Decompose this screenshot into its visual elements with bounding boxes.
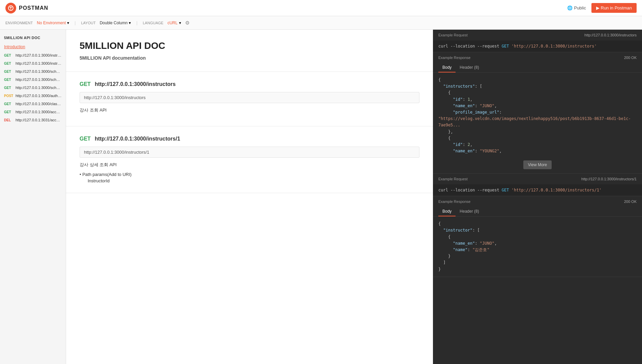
response-header-2: Example Response 200 OK (433, 196, 642, 207)
code-line: "profile_image_url": "https://velog.velc… (438, 109, 637, 129)
example-block-2: Example Request http://127.0.0.1:3000/in… (433, 174, 642, 196)
example-request-header-1: Example Request http://127.0.0.1:3000/in… (433, 30, 642, 40)
endpoint1-header: GET http://127.0.0.1:3000/instructors (80, 81, 419, 87)
logo-text: POSTMAN (19, 5, 48, 11)
sidebar-introduction[interactable]: Introduction (0, 42, 66, 51)
header-right: 🌐 Public ▶ Run in Postman (567, 3, 637, 13)
run-in-postman-button[interactable]: ▶ Run in Postman (591, 3, 637, 13)
endpoint2-url-box: http://127.0.0.1:3000/instructors/1 (80, 147, 419, 158)
public-label: Public (574, 5, 586, 10)
settings-icon[interactable]: ⚙ (185, 20, 189, 26)
method-badge-get-2: GET (4, 70, 13, 73)
endpoint-url-2: http://127.0.0.1:3000/schedule (16, 69, 62, 73)
right-panel: Example Request http://127.0.0.1:3000/in… (433, 30, 642, 364)
code-line: "id": 2, (438, 142, 637, 148)
method-badge-get-0: GET (4, 54, 13, 57)
endpoint-url-3: http://127.0.0.1:3000/schedule/instr... (16, 78, 62, 82)
code-line: "name_en": "JUNO", (438, 240, 637, 247)
endpoint1-desc: 강사 조회 API (80, 107, 419, 113)
endpoint-url-1: http://127.0.0.1:3000/instructors/1 (16, 61, 62, 65)
curl-line-2: curl --location --request GET 'http://12… (433, 184, 642, 196)
tab-header-1[interactable]: Header (8) (456, 63, 483, 72)
sidebar-item-0[interactable]: GET http://127.0.0.1:3000/instructors (0, 51, 66, 59)
endpoint2-header: GET http://127.0.0.1:3000/instructors/1 (80, 136, 419, 142)
params-label: Path params(Add to URI) (82, 172, 132, 177)
endpoint-url-0: http://127.0.0.1:3000/instructors (16, 53, 62, 57)
sidebar-item-1[interactable]: GET http://127.0.0.1:3000/instructors/1 (0, 59, 66, 67)
header-left: POSTMAN (5, 3, 48, 13)
toolbar: ENVIRONMENT No Environment ▾ | LAYOUT Do… (0, 16, 642, 30)
layout-value: Double Column (100, 21, 128, 25)
example-request-url-1: http://127.0.0.1:3000/instructors (584, 33, 637, 37)
example-request-header-2: Example Request http://127.0.0.1:3000/in… (433, 174, 642, 184)
tab-header-2[interactable]: Header (8) (456, 207, 483, 216)
code-line: } (438, 253, 637, 260)
public-button[interactable]: 🌐 Public (567, 5, 586, 10)
endpoint2-method: GET (80, 136, 91, 142)
endpoint-url-4: http://127.0.0.1:3000/schedule/instr... (16, 86, 62, 90)
endpoint2-desc: 강사 상세 조회 API (80, 162, 419, 168)
endpoint-url-8: http://127.0.0.1:3031/account/class/1 (16, 118, 62, 122)
status-1: 200 OK (624, 56, 637, 60)
example-request-label-1: Example Request (438, 33, 468, 37)
method-badge-del-8: DEL (4, 118, 13, 122)
layout-chevron-icon: ▾ (129, 21, 131, 25)
tab-body-1[interactable]: Body (438, 63, 456, 72)
env-value: No Environment (37, 21, 66, 25)
example-block-1: Example Request http://127.0.0.1:3000/in… (433, 30, 642, 52)
header: POSTMAN 🌐 Public ▶ Run in Postman (0, 0, 642, 16)
sidebar-item-4[interactable]: GET http://127.0.0.1:3000/schedule/instr… (0, 84, 66, 92)
response-header-1: Example Response 200 OK (433, 52, 642, 63)
curl-url-2: 'http://127.0.0.1:3000/instructors/1' (512, 188, 602, 192)
separator2: | (136, 21, 137, 25)
method-badge-get-4: GET (4, 86, 13, 90)
curl-keyword-1: curl --location --request (438, 44, 502, 49)
endpoint2-section: GET http://127.0.0.1:3000/instructors/1 … (66, 126, 433, 193)
curl-method-2: GET (502, 188, 509, 192)
code-line: { (438, 77, 637, 83)
lang-value: cURL (168, 21, 178, 25)
sidebar-item-6[interactable]: GET http://127.0.0.1:3000/class/3 (0, 100, 66, 108)
endpoint-url-6: http://127.0.0.1:3000/class/3 (16, 102, 62, 106)
doc-subtitle: 5MILLION API documentation (80, 55, 419, 61)
endpoint-url-7: http://127.0.0.1:3000/account/class (16, 110, 62, 114)
response-body-1: { "instructors": [ { "id": 1, "name_en":… (433, 73, 642, 158)
lang-dropdown[interactable]: cURL ▾ (168, 21, 181, 25)
layout-dropdown[interactable]: Double Column ▾ (100, 21, 131, 25)
code-line: } (438, 266, 637, 273)
sidebar-item-7[interactable]: GET http://127.0.0.1:3000/account/class (0, 108, 66, 116)
sidebar-item-8[interactable]: DEL http://127.0.0.1:3031/account/class/… (0, 116, 66, 124)
layout-label: LAYOUT (81, 21, 95, 25)
method-badge-get-6: GET (4, 102, 13, 106)
sidebar-item-2[interactable]: GET http://127.0.0.1:3000/schedule (0, 67, 66, 75)
curl-line-1: curl --location --request GET 'http://12… (433, 40, 642, 52)
doc-header-section: 5MILLION API DOC 5MILLION API documentat… (66, 30, 433, 72)
env-label: ENVIRONMENT (5, 21, 33, 25)
response-tabs-2: Body Header (8) (433, 207, 642, 217)
endpoint1-section: GET http://127.0.0.1:3000/instructors ht… (66, 72, 433, 126)
example-request-url-2: http://127.0.0.1:3000/instructors/1 (581, 177, 637, 181)
postman-logo: POSTMAN (5, 3, 48, 13)
globe-icon: 🌐 (567, 5, 573, 10)
example-request-label-2: Example Request (438, 177, 468, 181)
code-line: "instructor": [ (438, 227, 637, 234)
curl-keyword-2: curl --location --request (438, 188, 502, 192)
lang-label: LANGUAGE (143, 21, 164, 25)
tab-body-2[interactable]: Body (438, 207, 456, 216)
sidebar-item-5[interactable]: POST http://127.0.0.1:3000/auth/signIn (0, 92, 66, 100)
code-line: "instructors": [ (438, 83, 637, 90)
sidebar-item-3[interactable]: GET http://127.0.0.1:3000/schedule/instr… (0, 75, 66, 84)
curl-url-1: 'http://127.0.0.1:3000/instructors' (512, 44, 597, 49)
example-response-block-1: Example Response 200 OK Body Header (8) … (433, 52, 642, 174)
endpoint1-url: http://127.0.0.1:3000/instructors (95, 81, 176, 87)
env-dropdown[interactable]: No Environment ▾ (37, 21, 69, 25)
code-line: }, (438, 129, 637, 135)
content-area: 5MILLION API DOC 5MILLION API documentat… (66, 30, 433, 364)
example-response-label-1: Example Response (438, 56, 470, 60)
view-more-button-1[interactable]: View More (523, 160, 552, 169)
curl-method-1: GET (502, 44, 509, 49)
code-line: { (438, 234, 637, 240)
code-line: "name": "김준호" (438, 247, 637, 253)
sidebar: 5MILLION API DOC Introduction GET http:/… (0, 30, 66, 364)
code-line: "name_en": "YOUNG2", (438, 148, 637, 154)
